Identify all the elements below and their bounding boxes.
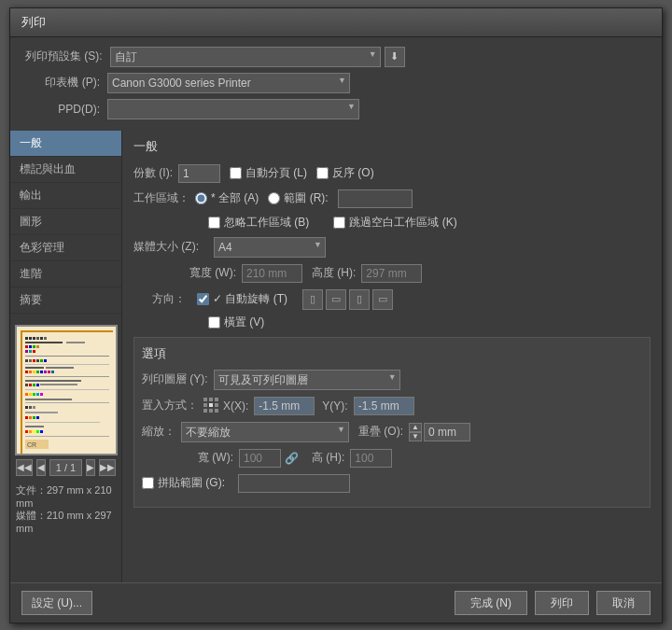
media-size-row: 媒體大小 (Z): A4 <box>133 237 651 258</box>
svg-rect-10 <box>25 345 28 348</box>
dialog-footer: 設定 (U)... 完成 (N) 列印 取消 <box>10 582 662 623</box>
ppd-select[interactable] <box>107 99 359 119</box>
save-preset-button[interactable]: ⬇ <box>385 47 405 67</box>
ignore-label: 忽略工作區域 (B) <box>224 215 309 231</box>
orientation-row: 方向： ✓ 自動旋轉 (T) ▯ ▭ ▯ ▭ <box>133 289 651 310</box>
preset-label: 列印預設集 (S): <box>25 49 103 64</box>
svg-rect-46 <box>36 393 39 396</box>
svg-rect-58 <box>25 422 100 423</box>
svg-rect-51 <box>29 406 32 409</box>
sidebar-item-advanced[interactable]: 進階 <box>10 261 121 287</box>
svg-rect-41 <box>40 384 77 385</box>
scale-select[interactable]: 不要縮放 <box>181 422 349 442</box>
next-page-button[interactable]: ▶ <box>86 459 95 476</box>
svg-rect-55 <box>29 416 32 419</box>
scale-height-input <box>350 449 392 468</box>
svg-rect-26 <box>46 367 74 369</box>
svg-rect-32 <box>44 371 47 373</box>
range-input[interactable] <box>338 189 413 208</box>
auto-sort-label: 自動分頁 (L) <box>245 165 307 181</box>
preset-select[interactable]: 自訂 <box>110 47 381 67</box>
layers-select[interactable]: 可見及可列印圖層 <box>214 370 400 390</box>
x-input[interactable] <box>254 397 315 415</box>
dialog-title: 列印 <box>21 15 46 29</box>
width-input <box>242 264 302 283</box>
prev-page-button[interactable]: ◀ <box>36 459 46 476</box>
svg-rect-19 <box>29 359 32 362</box>
overlap-input[interactable] <box>424 423 470 441</box>
all-option-label: * 全部 (A) <box>211 190 259 206</box>
overlap-up-button[interactable]: ▲ <box>409 423 422 432</box>
svg-rect-35 <box>25 376 109 377</box>
sidebar-item-general[interactable]: 一般 <box>10 131 121 157</box>
cancel-button[interactable]: 取消 <box>596 591 651 615</box>
ignore-checkbox[interactable] <box>208 217 220 229</box>
svg-rect-44 <box>29 393 32 396</box>
settings-button[interactable]: 設定 (U)... <box>21 591 92 615</box>
printer-select[interactable]: Canon G3000 series Printer <box>107 73 350 93</box>
options-title: 選項 <box>142 345 642 362</box>
sidebar-item-output[interactable]: 輸出 <box>10 183 121 209</box>
done-button[interactable]: 完成 (N) <box>455 591 527 615</box>
rotate-landscape-button[interactable]: ▭ <box>326 289 346 310</box>
range-label: 範圍 (R): <box>284 190 328 206</box>
auto-rotate-checkbox[interactable] <box>197 293 209 305</box>
svg-rect-37 <box>25 384 28 386</box>
work-area-row: 工作區域： * 全部 (A) 範圍 (R): <box>133 189 651 208</box>
layers-row: 列印圖層 (Y): 可見及可列印圖層 <box>142 370 642 390</box>
rotate-portrait-flip-button[interactable]: ▯ <box>349 289 370 310</box>
landscape-label: 橫置 (V) <box>224 315 264 330</box>
svg-rect-16 <box>33 350 35 353</box>
auto-rotate-label: ✓ 自動旋轉 (T) <box>213 291 287 307</box>
rotate-landscape-flip-button[interactable]: ▭ <box>372 289 393 310</box>
svg-rect-5 <box>36 337 39 340</box>
page-preview: CR <box>15 325 118 455</box>
sidebar-item-marks[interactable]: 標記與出血 <box>10 157 121 183</box>
rotate-portrait-button[interactable]: ▯ <box>302 289 323 310</box>
svg-rect-6 <box>40 337 43 340</box>
media-select[interactable]: A4 <box>214 237 326 258</box>
tile-row: 拼貼範圍 (G): <box>142 474 642 493</box>
width-label: 寬度 (W): <box>189 265 236 281</box>
y-input[interactable] <box>354 397 414 415</box>
svg-rect-63 <box>36 430 39 433</box>
sidebar-item-color[interactable]: 色彩管理 <box>10 235 121 261</box>
overlap-down-button[interactable]: ▼ <box>409 432 422 441</box>
skip-checkbox[interactable] <box>333 217 345 229</box>
last-page-button[interactable]: ▶▶ <box>99 459 116 476</box>
height-label: 高度 (H): <box>312 265 356 281</box>
landscape-row: 橫置 (V) <box>133 315 651 330</box>
dialog-title-bar: 列印 <box>10 8 662 37</box>
tile-input <box>238 474 350 493</box>
print-dialog: 列印 列印預設集 (S): 自訂 ⬇ 印表機 (P): Canon G3000 … <box>9 7 663 623</box>
reverse-label: 反序 (O) <box>332 165 374 181</box>
reverse-checkbox[interactable] <box>316 167 329 179</box>
svg-rect-33 <box>48 371 50 373</box>
overlap-label: 重疊 (O): <box>358 424 403 440</box>
svg-rect-15 <box>29 350 32 353</box>
sidebar-item-graphics[interactable]: 圖形 <box>10 209 121 235</box>
first-page-button[interactable]: ◀◀ <box>16 459 33 476</box>
svg-rect-28 <box>29 371 32 373</box>
svg-rect-54 <box>25 416 28 419</box>
svg-rect-59 <box>25 426 44 427</box>
doc-info: 文件：297 mm x 210 mm 媒體：210 mm x 297 mm <box>16 483 116 534</box>
svg-text:CR: CR <box>27 441 36 448</box>
sidebar-item-summary[interactable]: 摘要 <box>10 287 121 314</box>
y-label: Y(Y): <box>322 399 347 413</box>
svg-rect-65 <box>25 436 109 437</box>
svg-rect-21 <box>36 359 39 362</box>
landscape-checkbox[interactable] <box>208 316 220 329</box>
range-radio[interactable] <box>268 192 280 204</box>
copies-input[interactable] <box>178 164 220 183</box>
tile-checkbox[interactable] <box>142 477 154 489</box>
auto-sort-checkbox[interactable] <box>230 167 242 179</box>
svg-rect-4 <box>33 337 35 340</box>
print-button[interactable]: 列印 <box>535 591 589 615</box>
page-input[interactable] <box>49 459 82 476</box>
svg-rect-62 <box>33 430 35 433</box>
footer-left: 設定 (U)... <box>21 591 92 615</box>
all-radio[interactable] <box>195 192 207 204</box>
svg-rect-48 <box>25 399 72 400</box>
svg-rect-34 <box>51 371 54 373</box>
